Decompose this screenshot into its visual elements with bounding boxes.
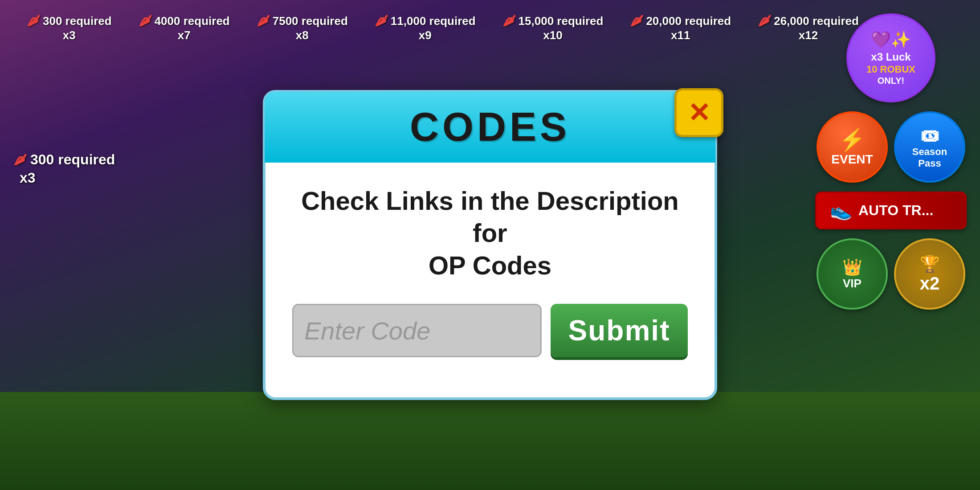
submit-button[interactable]: Submit [551,304,688,357]
code-input-row: Submit [292,304,688,357]
modal-title: CODES [410,105,570,149]
modal-description: Check Links in the Description forOP Cod… [292,185,688,282]
codes-modal: ✕ CODES Check Links in the Description f… [263,90,717,400]
modal-body: Check Links in the Description forOP Cod… [265,163,715,371]
modal-header: CODES [265,92,715,163]
modal-overlay: ✕ CODES Check Links in the Description f… [0,0,980,490]
close-button[interactable]: ✕ [674,88,723,137]
code-input[interactable] [292,304,542,357]
